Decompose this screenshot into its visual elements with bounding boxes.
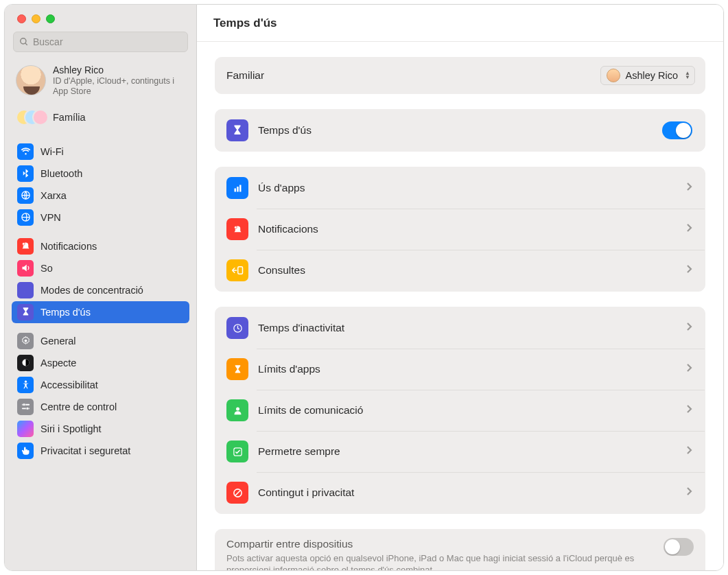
sidebar-item-siri-i-spotlight[interactable]: Siri i Spotlight — [12, 418, 189, 440]
row-label: Consultes — [258, 264, 686, 277]
check-icon — [226, 441, 248, 462]
sidebar-item-label: Modes de concentració — [40, 285, 143, 296]
page-title: Temps d'ús — [213, 16, 277, 30]
chart-icon — [226, 177, 248, 199]
sidebar-item-label: Aspecte — [40, 357, 76, 368]
sidebar-item-privacitat-i-seguretat[interactable]: Privacitat i seguretat — [12, 440, 189, 462]
sidebar-item-wi-fi[interactable]: Wi-Fi — [12, 141, 189, 163]
row-notificacions[interactable]: Notificacions — [215, 209, 705, 250]
svg-rect-15 — [239, 185, 242, 191]
sidebar-item-label: VPN — [40, 212, 61, 223]
aspect-icon — [17, 355, 34, 371]
sliders-icon — [17, 399, 34, 415]
sidebar-item-general[interactable]: General — [12, 330, 189, 352]
sidebar-item-label: General — [40, 336, 76, 347]
reports-card: Ús d'appsNotificacionsConsultes — [215, 167, 705, 292]
family-member-card: Familiar Ashley Rico ▲▼ — [215, 57, 705, 94]
sidebar-item-label: Wi-Fi — [40, 146, 64, 157]
row-contingut-i-privacitat[interactable]: Contingut i privacitat — [215, 472, 705, 513]
sidebar-item-label: Centre de control — [40, 401, 117, 412]
share-devices-toggle[interactable] — [664, 538, 694, 556]
sidebar: Buscar Ashley Rico ID d'Apple, iCloud+, … — [5, 5, 197, 570]
sidebar-item-family[interactable]: Família — [12, 104, 189, 134]
chevron-right-icon — [686, 322, 692, 334]
nope-icon — [226, 482, 248, 504]
family-member-select[interactable]: Ashley Rico ▲▼ — [600, 66, 695, 85]
family-icon — [16, 108, 46, 127]
sidebar-item-label: Accessibilitat — [40, 379, 98, 390]
page-header: Temps d'ús — [197, 5, 723, 42]
sidebar-item-xarxa[interactable]: Xarxa — [12, 185, 189, 207]
sound-icon — [17, 260, 34, 277]
sidebar-item-bluetooth[interactable]: Bluetooth — [12, 163, 189, 185]
close-window-button[interactable] — [17, 14, 26, 23]
window-controls — [5, 5, 196, 32]
chevron-right-icon — [686, 404, 692, 416]
screen-time-label: Temps d'ús — [258, 124, 662, 137]
clock-icon — [226, 317, 248, 339]
row-consultes[interactable]: Consultes — [215, 250, 705, 291]
selected-person-name: Ashley Rico — [626, 70, 679, 81]
chevron-right-icon — [686, 264, 692, 277]
settings-window: Buscar Ashley Rico ID d'Apple, iCloud+, … — [4, 4, 724, 571]
account-name: Ashley Rico — [53, 64, 185, 76]
row-l-mits-de-comunicaci-[interactable]: Límits de comunicació — [215, 390, 705, 431]
sidebar-item-temps-d-s[interactable]: Temps d'ús — [12, 301, 189, 323]
search-placeholder: Buscar — [33, 36, 63, 47]
svg-point-19 — [236, 407, 239, 410]
chevron-right-icon — [686, 182, 692, 194]
sidebar-item-label: So — [40, 263, 53, 274]
svg-point-16 — [234, 226, 237, 228]
sidebar-item-label: Siri i Spotlight — [40, 423, 102, 434]
sidebar-item-notificacions[interactable]: Notificacions — [12, 235, 189, 257]
screen-time-toggle[interactable] — [662, 121, 692, 139]
row--s-d-apps[interactable]: Ús d'apps — [215, 167, 705, 209]
person-icon — [226, 399, 248, 421]
access-icon — [17, 377, 34, 393]
share-title: Compartir entre dispositius — [226, 538, 654, 550]
mini-avatar — [607, 69, 620, 82]
chevron-right-icon — [686, 363, 692, 375]
svg-rect-13 — [234, 188, 236, 191]
row-label: Ús d'apps — [258, 182, 686, 194]
search-icon — [19, 37, 29, 47]
sidebar-item-label: Xarxa — [40, 190, 67, 201]
content-scroll[interactable]: Familiar Ashley Rico ▲▼ Temps d'ús — [197, 42, 723, 570]
bell-icon — [226, 218, 248, 240]
family-label: Família — [53, 112, 86, 123]
row-permetre-sempre[interactable]: Permetre sempre — [215, 431, 705, 472]
vpn-icon — [17, 209, 34, 226]
row-label: Límits de comunicació — [258, 404, 686, 416]
wifi-icon — [17, 143, 34, 160]
globe-icon — [17, 187, 34, 204]
sidebar-item-label: Privacitat i seguretat — [40, 445, 130, 456]
moon-icon — [17, 282, 34, 298]
sidebar-item-label: Notificacions — [40, 241, 97, 252]
sidebar-item-accessibilitat[interactable]: Accessibilitat — [12, 374, 189, 396]
sidebar-item-centre-de-control[interactable]: Centre de control — [12, 396, 189, 418]
row-l-mits-d-apps[interactable]: Límits d'apps — [215, 349, 705, 390]
apple-id-account[interactable]: Ashley Rico ID d'Apple, iCloud+, conting… — [12, 62, 189, 104]
updown-icon: ▲▼ — [685, 71, 690, 80]
svg-point-0 — [21, 38, 26, 44]
gear-icon — [17, 333, 34, 349]
sidebar-item-vpn[interactable]: VPN — [12, 207, 189, 228]
search-input[interactable]: Buscar — [13, 32, 188, 52]
sidebar-item-modes-de-concentraci-[interactable]: Modes de concentració — [12, 279, 189, 301]
minimize-window-button[interactable] — [32, 14, 40, 23]
row-temps-d-inactivitat[interactable]: Temps d'inactivitat — [215, 307, 705, 349]
hourglass-icon — [226, 358, 248, 380]
sidebar-item-so[interactable]: So — [12, 257, 189, 279]
sidebar-item-aspecte[interactable]: Aspecte — [12, 352, 189, 374]
row-label: Permetre sempre — [258, 445, 686, 458]
row-label: Límits d'apps — [258, 363, 686, 375]
sidebar-item-label: Bluetooth — [40, 168, 82, 179]
svg-line-1 — [25, 43, 27, 45]
bell-icon — [17, 238, 34, 255]
row-label: Contingut i privacitat — [258, 486, 686, 499]
fullscreen-window-button[interactable] — [46, 14, 55, 23]
hourglass-icon — [226, 119, 248, 141]
svg-rect-14 — [237, 187, 239, 192]
bluetooth-icon — [17, 165, 34, 182]
svg-rect-17 — [238, 267, 243, 274]
